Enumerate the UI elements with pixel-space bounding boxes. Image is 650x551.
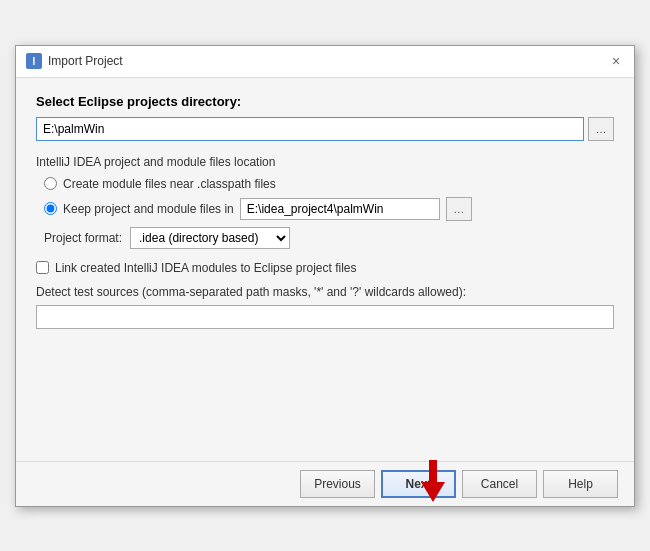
- folder-icon: …: [596, 123, 607, 135]
- link-checkbox-row: Link created IntelliJ IDEA modules to Ec…: [36, 261, 614, 275]
- radio-group: Create module files near .classpath file…: [44, 177, 614, 221]
- detect-sources-label: Detect test sources (comma-separated pat…: [36, 285, 614, 299]
- radio-keep-row: Keep project and module files in …: [44, 197, 614, 221]
- eclipse-directory-input[interactable]: [36, 117, 584, 141]
- radio-keep-label[interactable]: Keep project and module files in: [63, 202, 234, 216]
- browse-directory-button[interactable]: …: [588, 117, 614, 141]
- radio-create-row: Create module files near .classpath file…: [44, 177, 614, 191]
- browse-keep-button[interactable]: …: [446, 197, 472, 221]
- directory-row: …: [36, 117, 614, 141]
- spacer: [36, 329, 614, 449]
- radio-keep-in-path[interactable]: [44, 202, 57, 215]
- detect-sources-input[interactable]: [36, 305, 614, 329]
- radio-create-label[interactable]: Create module files near .classpath file…: [63, 177, 276, 191]
- app-icon: I: [26, 53, 42, 69]
- keep-path-input[interactable]: [240, 198, 440, 220]
- location-section-title: IntelliJ IDEA project and module files l…: [36, 155, 614, 169]
- link-checkbox-label[interactable]: Link created IntelliJ IDEA modules to Ec…: [55, 261, 356, 275]
- next-button[interactable]: Next: [381, 470, 456, 498]
- dialog-footer: Previous Next Cancel Help: [16, 461, 634, 506]
- cancel-button[interactable]: Cancel: [462, 470, 537, 498]
- title-bar: I Import Project ×: [16, 46, 634, 78]
- folder-icon-keep: …: [453, 203, 464, 215]
- radio-create-near-classpath[interactable]: [44, 177, 57, 190]
- help-button[interactable]: Help: [543, 470, 618, 498]
- previous-button[interactable]: Previous: [300, 470, 375, 498]
- project-format-row: Project format: .idea (directory based) …: [44, 227, 614, 249]
- project-format-select[interactable]: .idea (directory based) .ipr (file based…: [130, 227, 290, 249]
- close-button[interactable]: ×: [608, 53, 624, 69]
- dialog-body: Select Eclipse projects directory: … Int…: [16, 78, 634, 461]
- import-project-dialog: I Import Project × Select Eclipse projec…: [15, 45, 635, 507]
- dialog-title: Import Project: [48, 54, 123, 68]
- section-title: Select Eclipse projects directory:: [36, 94, 614, 109]
- project-format-label: Project format:: [44, 231, 122, 245]
- link-modules-checkbox[interactable]: [36, 261, 49, 274]
